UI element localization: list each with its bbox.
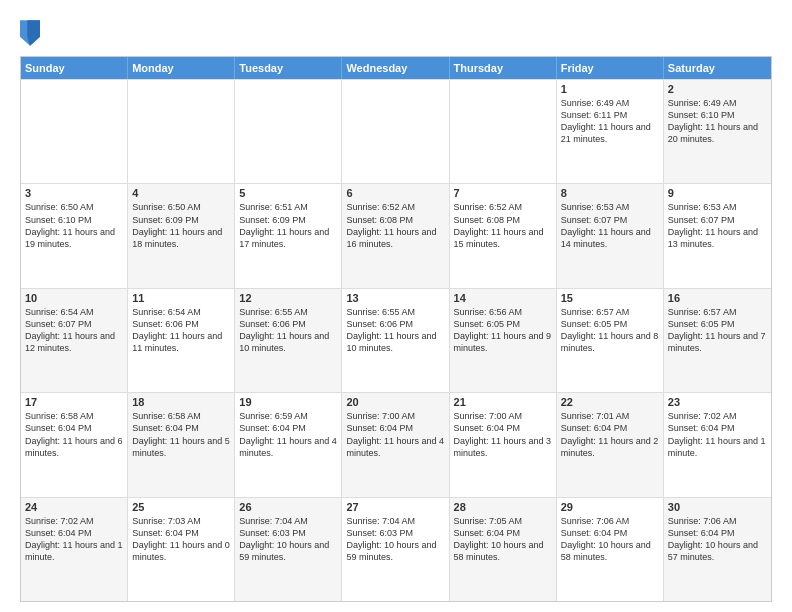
day-number: 12	[239, 292, 337, 304]
day-info: Sunrise: 6:51 AM Sunset: 6:09 PM Dayligh…	[239, 201, 337, 250]
day-number: 19	[239, 396, 337, 408]
day-info: Sunrise: 7:02 AM Sunset: 6:04 PM Dayligh…	[25, 515, 123, 564]
day-info: Sunrise: 7:06 AM Sunset: 6:04 PM Dayligh…	[668, 515, 767, 564]
day-info: Sunrise: 6:55 AM Sunset: 6:06 PM Dayligh…	[346, 306, 444, 355]
calendar-row-4: 17Sunrise: 6:58 AM Sunset: 6:04 PM Dayli…	[21, 392, 771, 496]
day-info: Sunrise: 6:57 AM Sunset: 6:05 PM Dayligh…	[668, 306, 767, 355]
day-cell-30: 30Sunrise: 7:06 AM Sunset: 6:04 PM Dayli…	[664, 498, 771, 601]
day-cell-7: 7Sunrise: 6:52 AM Sunset: 6:08 PM Daylig…	[450, 184, 557, 287]
day-info: Sunrise: 6:52 AM Sunset: 6:08 PM Dayligh…	[454, 201, 552, 250]
day-info: Sunrise: 6:56 AM Sunset: 6:05 PM Dayligh…	[454, 306, 552, 355]
day-cell-15: 15Sunrise: 6:57 AM Sunset: 6:05 PM Dayli…	[557, 289, 664, 392]
logo	[20, 20, 42, 46]
day-cell-2: 2Sunrise: 6:49 AM Sunset: 6:10 PM Daylig…	[664, 80, 771, 183]
svg-marker-1	[27, 20, 40, 45]
day-info: Sunrise: 6:55 AM Sunset: 6:06 PM Dayligh…	[239, 306, 337, 355]
day-number: 20	[346, 396, 444, 408]
day-info: Sunrise: 6:50 AM Sunset: 6:09 PM Dayligh…	[132, 201, 230, 250]
calendar-body: 1Sunrise: 6:49 AM Sunset: 6:11 PM Daylig…	[21, 79, 771, 601]
day-number: 10	[25, 292, 123, 304]
day-cell-9: 9Sunrise: 6:53 AM Sunset: 6:07 PM Daylig…	[664, 184, 771, 287]
day-info: Sunrise: 6:52 AM Sunset: 6:08 PM Dayligh…	[346, 201, 444, 250]
weekday-header-thursday: Thursday	[450, 57, 557, 79]
day-info: Sunrise: 6:59 AM Sunset: 6:04 PM Dayligh…	[239, 410, 337, 459]
day-info: Sunrise: 6:53 AM Sunset: 6:07 PM Dayligh…	[668, 201, 767, 250]
calendar-row-1: 1Sunrise: 6:49 AM Sunset: 6:11 PM Daylig…	[21, 79, 771, 183]
day-info: Sunrise: 6:54 AM Sunset: 6:07 PM Dayligh…	[25, 306, 123, 355]
day-info: Sunrise: 7:04 AM Sunset: 6:03 PM Dayligh…	[346, 515, 444, 564]
day-info: Sunrise: 7:04 AM Sunset: 6:03 PM Dayligh…	[239, 515, 337, 564]
calendar-header: SundayMondayTuesdayWednesdayThursdayFrid…	[21, 57, 771, 79]
day-cell-24: 24Sunrise: 7:02 AM Sunset: 6:04 PM Dayli…	[21, 498, 128, 601]
day-cell-3: 3Sunrise: 6:50 AM Sunset: 6:10 PM Daylig…	[21, 184, 128, 287]
day-number: 15	[561, 292, 659, 304]
day-cell-22: 22Sunrise: 7:01 AM Sunset: 6:04 PM Dayli…	[557, 393, 664, 496]
day-info: Sunrise: 7:06 AM Sunset: 6:04 PM Dayligh…	[561, 515, 659, 564]
day-number: 25	[132, 501, 230, 513]
day-info: Sunrise: 6:53 AM Sunset: 6:07 PM Dayligh…	[561, 201, 659, 250]
page-header	[20, 16, 772, 46]
day-cell-23: 23Sunrise: 7:02 AM Sunset: 6:04 PM Dayli…	[664, 393, 771, 496]
day-number: 9	[668, 187, 767, 199]
day-cell-17: 17Sunrise: 6:58 AM Sunset: 6:04 PM Dayli…	[21, 393, 128, 496]
day-info: Sunrise: 7:00 AM Sunset: 6:04 PM Dayligh…	[454, 410, 552, 459]
day-cell-20: 20Sunrise: 7:00 AM Sunset: 6:04 PM Dayli…	[342, 393, 449, 496]
weekday-header-tuesday: Tuesday	[235, 57, 342, 79]
day-cell-27: 27Sunrise: 7:04 AM Sunset: 6:03 PM Dayli…	[342, 498, 449, 601]
day-cell-11: 11Sunrise: 6:54 AM Sunset: 6:06 PM Dayli…	[128, 289, 235, 392]
day-cell-5: 5Sunrise: 6:51 AM Sunset: 6:09 PM Daylig…	[235, 184, 342, 287]
empty-cell	[235, 80, 342, 183]
day-info: Sunrise: 7:01 AM Sunset: 6:04 PM Dayligh…	[561, 410, 659, 459]
calendar: SundayMondayTuesdayWednesdayThursdayFrid…	[20, 56, 772, 602]
day-number: 22	[561, 396, 659, 408]
day-cell-26: 26Sunrise: 7:04 AM Sunset: 6:03 PM Dayli…	[235, 498, 342, 601]
day-info: Sunrise: 7:05 AM Sunset: 6:04 PM Dayligh…	[454, 515, 552, 564]
day-cell-28: 28Sunrise: 7:05 AM Sunset: 6:04 PM Dayli…	[450, 498, 557, 601]
day-number: 13	[346, 292, 444, 304]
day-number: 14	[454, 292, 552, 304]
day-number: 24	[25, 501, 123, 513]
empty-cell	[450, 80, 557, 183]
day-cell-25: 25Sunrise: 7:03 AM Sunset: 6:04 PM Dayli…	[128, 498, 235, 601]
weekday-header-wednesday: Wednesday	[342, 57, 449, 79]
weekday-header-friday: Friday	[557, 57, 664, 79]
day-info: Sunrise: 6:57 AM Sunset: 6:05 PM Dayligh…	[561, 306, 659, 355]
logo-icon	[20, 20, 40, 46]
day-info: Sunrise: 6:58 AM Sunset: 6:04 PM Dayligh…	[132, 410, 230, 459]
calendar-row-2: 3Sunrise: 6:50 AM Sunset: 6:10 PM Daylig…	[21, 183, 771, 287]
day-number: 3	[25, 187, 123, 199]
day-cell-10: 10Sunrise: 6:54 AM Sunset: 6:07 PM Dayli…	[21, 289, 128, 392]
day-cell-13: 13Sunrise: 6:55 AM Sunset: 6:06 PM Dayli…	[342, 289, 449, 392]
day-cell-6: 6Sunrise: 6:52 AM Sunset: 6:08 PM Daylig…	[342, 184, 449, 287]
day-info: Sunrise: 7:02 AM Sunset: 6:04 PM Dayligh…	[668, 410, 767, 459]
day-cell-4: 4Sunrise: 6:50 AM Sunset: 6:09 PM Daylig…	[128, 184, 235, 287]
weekday-header-saturday: Saturday	[664, 57, 771, 79]
day-number: 6	[346, 187, 444, 199]
day-number: 11	[132, 292, 230, 304]
day-number: 5	[239, 187, 337, 199]
empty-cell	[342, 80, 449, 183]
day-number: 16	[668, 292, 767, 304]
day-cell-1: 1Sunrise: 6:49 AM Sunset: 6:11 PM Daylig…	[557, 80, 664, 183]
day-info: Sunrise: 7:03 AM Sunset: 6:04 PM Dayligh…	[132, 515, 230, 564]
empty-cell	[21, 80, 128, 183]
day-cell-21: 21Sunrise: 7:00 AM Sunset: 6:04 PM Dayli…	[450, 393, 557, 496]
day-cell-29: 29Sunrise: 7:06 AM Sunset: 6:04 PM Dayli…	[557, 498, 664, 601]
day-cell-12: 12Sunrise: 6:55 AM Sunset: 6:06 PM Dayli…	[235, 289, 342, 392]
day-number: 8	[561, 187, 659, 199]
day-number: 23	[668, 396, 767, 408]
day-cell-19: 19Sunrise: 6:59 AM Sunset: 6:04 PM Dayli…	[235, 393, 342, 496]
weekday-header-sunday: Sunday	[21, 57, 128, 79]
day-cell-16: 16Sunrise: 6:57 AM Sunset: 6:05 PM Dayli…	[664, 289, 771, 392]
day-number: 18	[132, 396, 230, 408]
day-number: 17	[25, 396, 123, 408]
day-number: 7	[454, 187, 552, 199]
day-info: Sunrise: 7:00 AM Sunset: 6:04 PM Dayligh…	[346, 410, 444, 459]
weekday-header-monday: Monday	[128, 57, 235, 79]
day-number: 4	[132, 187, 230, 199]
day-info: Sunrise: 6:50 AM Sunset: 6:10 PM Dayligh…	[25, 201, 123, 250]
day-number: 30	[668, 501, 767, 513]
day-number: 2	[668, 83, 767, 95]
day-info: Sunrise: 6:58 AM Sunset: 6:04 PM Dayligh…	[25, 410, 123, 459]
calendar-row-3: 10Sunrise: 6:54 AM Sunset: 6:07 PM Dayli…	[21, 288, 771, 392]
